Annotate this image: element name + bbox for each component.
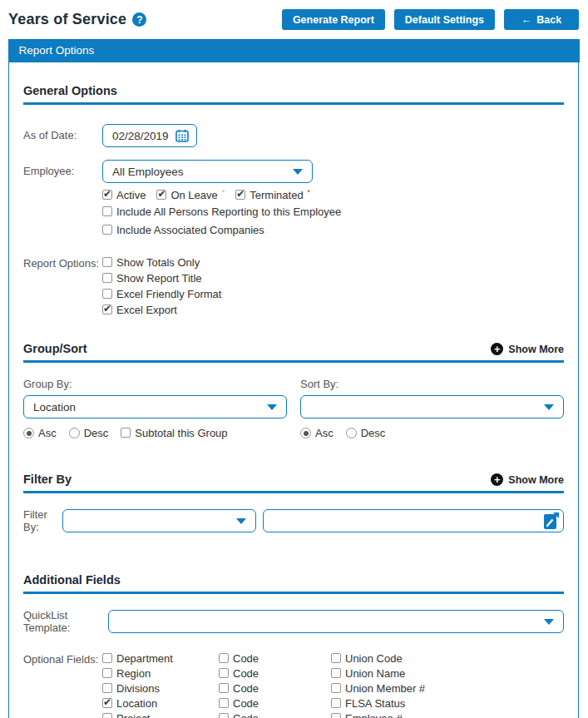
checkbox-union-name[interactable]: Union Name: [331, 667, 564, 678]
help-icon[interactable]: ?: [132, 12, 146, 27]
checkbox-location-code[interactable]: Code: [219, 697, 331, 708]
checkbox-label: Code: [233, 682, 259, 695]
group-by-select-value: Location: [33, 401, 76, 413]
checkbox-subtotal-this-group[interactable]: Subtotal this Group: [121, 427, 227, 439]
checkbox-box: [102, 668, 112, 678]
optional-fields-column-2: Code Code Code Code Code Code: [219, 652, 331, 718]
back-arrow-icon: ←: [521, 14, 532, 26]
checkbox-project-code[interactable]: Code: [219, 712, 331, 718]
plus-circle-icon: +: [491, 473, 503, 486]
checkbox-flsa-status[interactable]: FLSA Status: [331, 697, 564, 708]
checkbox-label: Code: [233, 667, 259, 680]
checkbox-box: [121, 428, 131, 438]
checkbox-region-code[interactable]: Code: [219, 667, 331, 678]
employee-select[interactable]: All Employees: [102, 160, 313, 183]
checkbox-project[interactable]: Project: [102, 712, 219, 718]
checkbox-label: Department: [116, 652, 173, 665]
checkbox-box: [219, 713, 229, 718]
checkbox-excel-export[interactable]: Excel Export: [102, 304, 221, 316]
checkbox-label: Divisions: [116, 682, 160, 695]
checkbox-divisions-code[interactable]: Code: [219, 682, 331, 693]
radio-dot: [300, 428, 311, 438]
chevron-down-icon: [236, 518, 246, 524]
checkbox-label: Subtotal this Group: [135, 427, 227, 439]
group-sort-show-more[interactable]: + Show More: [491, 343, 564, 360]
footnote-marker: *: [222, 189, 225, 196]
filter-by-heading: Filter By: [23, 473, 72, 491]
panel-content: General Options As of Date: 02/28/2019: [9, 84, 578, 718]
checkbox-label: Code: [233, 652, 259, 665]
checkbox-box: [219, 653, 229, 663]
sort-by-asc-radio[interactable]: Asc: [300, 427, 334, 439]
required-marker: *: [308, 189, 311, 196]
sort-by-select[interactable]: [300, 395, 564, 418]
radio-dot: [69, 428, 80, 438]
group-by-desc-radio[interactable]: Desc: [69, 427, 109, 439]
checkbox-label: Union Code: [345, 652, 403, 665]
checkbox-union-member[interactable]: Union Member #: [331, 682, 564, 693]
checkbox-show-report-title[interactable]: Show Report Title: [102, 272, 221, 285]
group-by-asc-radio[interactable]: Asc: [23, 427, 57, 439]
radio-dot: [346, 428, 357, 438]
filter-by-select[interactable]: [62, 509, 256, 532]
general-options-heading: General Options: [23, 84, 117, 102]
checkbox-include-reporting[interactable]: Include All Persons Reporting to this Em…: [102, 205, 341, 218]
checkbox-on-leave[interactable]: On Leave*: [156, 189, 225, 201]
default-settings-button[interactable]: Default Settings: [394, 9, 495, 30]
checkbox-box: [102, 257, 112, 267]
group-by-select[interactable]: Location: [23, 395, 287, 418]
checkbox-box: [331, 698, 341, 708]
employee-select-value: All Employees: [112, 166, 184, 178]
checkbox-label: Union Name: [345, 667, 405, 680]
checkbox-department-code[interactable]: Code: [219, 652, 331, 663]
section-underline: [23, 360, 564, 363]
as-of-date-value: 02/28/2019: [112, 130, 169, 142]
checkbox-employee-number[interactable]: Employee #: [331, 712, 564, 718]
checkbox-label: Region: [116, 667, 151, 680]
edit-list-icon[interactable]: [543, 513, 559, 530]
show-more-label: Show More: [508, 344, 564, 355]
optional-fields-column-1: Department Region Divisions Location Pro…: [102, 652, 219, 718]
checkbox-union-code[interactable]: Union Code: [331, 652, 564, 663]
section-underline: [23, 102, 564, 105]
quicklist-template-select[interactable]: [108, 610, 564, 633]
sort-by-desc-radio[interactable]: Desc: [346, 427, 386, 439]
checkbox-box: [102, 683, 112, 693]
radio-label: Asc: [315, 427, 334, 439]
filter-value-input[interactable]: [263, 509, 564, 532]
checkbox-label: Code: [233, 697, 259, 710]
page: Years of Service ? Generate Report Defau…: [0, 0, 588, 718]
generate-report-button[interactable]: Generate Report: [282, 9, 385, 30]
checkbox-label: Terminated: [250, 189, 303, 201]
checkbox-box: [102, 698, 112, 708]
calendar-icon[interactable]: [175, 129, 189, 142]
checkbox-region[interactable]: Region: [102, 667, 219, 678]
checkbox-include-companies[interactable]: Include Associated Companies: [102, 224, 264, 236]
chevron-down-icon: [544, 619, 554, 625]
checkbox-location[interactable]: Location: [102, 697, 219, 708]
checkbox-box: [102, 206, 112, 216]
checkbox-label: Include All Persons Reporting to this Em…: [116, 205, 341, 218]
radio-label: Desc: [84, 427, 109, 439]
back-button[interactable]: ←Back: [504, 9, 579, 30]
checkbox-terminated[interactable]: Terminated*: [235, 189, 310, 201]
checkbox-box: [102, 305, 112, 314]
checkbox-active[interactable]: Active: [102, 189, 146, 201]
filter-by-show-more[interactable]: + Show More: [491, 473, 564, 491]
checkbox-box: [102, 273, 112, 283]
checkbox-box: [102, 653, 112, 663]
checkbox-box: [102, 713, 112, 718]
checkbox-excel-friendly-format[interactable]: Excel Friendly Format: [102, 288, 221, 300]
checkbox-label: Location: [116, 697, 157, 710]
checkbox-divisions[interactable]: Divisions: [102, 682, 219, 693]
plus-circle-icon: +: [491, 343, 503, 355]
checkbox-department[interactable]: Department: [102, 652, 219, 663]
checkbox-show-totals-only[interactable]: Show Totals Only: [102, 256, 221, 269]
panel-title: Report Options: [19, 44, 95, 57]
report-options-label: Report Options:: [23, 256, 102, 270]
chevron-down-icon: [267, 404, 277, 410]
quicklist-template-label: QuickList Template:: [23, 609, 108, 634]
checkbox-label: Excel Export: [116, 304, 177, 316]
as-of-date-input[interactable]: 02/28/2019: [102, 124, 197, 147]
checkbox-label: Code: [233, 712, 259, 718]
